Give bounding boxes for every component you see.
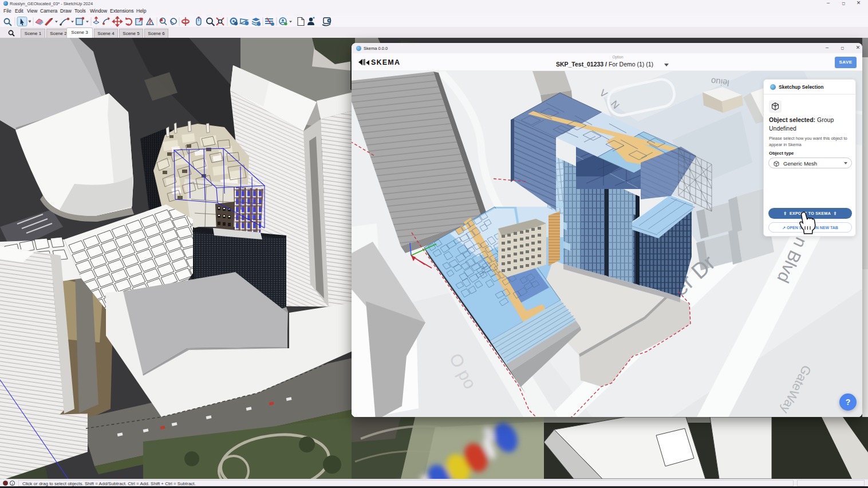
svg-text:SKEMA: SKEMA xyxy=(371,58,400,66)
